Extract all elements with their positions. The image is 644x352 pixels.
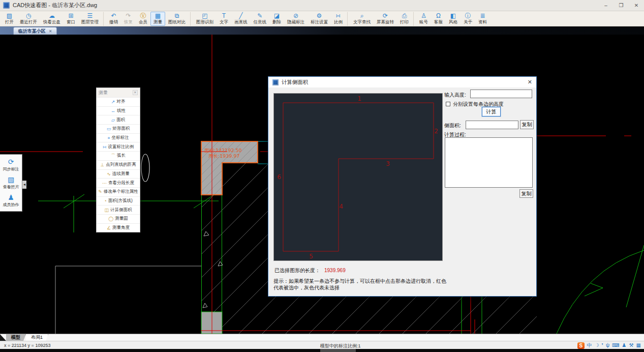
toolbar-shape-recognize-button[interactable]: ◰ 图形识别 bbox=[193, 12, 217, 26]
toolbar-button-icon: T bbox=[222, 13, 226, 19]
measure-item-label: 点到直线的距离 bbox=[106, 162, 136, 168]
toolbar-screen-rotate-button[interactable]: ⟳ 屏幕旋转 bbox=[374, 12, 397, 26]
document-tab-label: 临沂市某小区 bbox=[18, 28, 46, 35]
toolbar-recent-open-button[interactable]: ◷ 最近打开 bbox=[17, 12, 40, 26]
measure-area-with-arc[interactable]: ◔ 面积(含弧线) bbox=[97, 196, 140, 206]
calculate-button[interactable]: 计算 bbox=[482, 107, 501, 116]
toolbar-text-search-button[interactable]: ⌕ 文字查找 bbox=[350, 12, 374, 26]
toolbar-open-button[interactable]: ▨ 打开 bbox=[2, 12, 17, 26]
toolbar-button-label: 撤销 bbox=[109, 19, 118, 24]
tab-model[interactable]: 模型 bbox=[6, 334, 26, 341]
side-area-input[interactable] bbox=[466, 121, 518, 129]
toolbar-print-button[interactable]: ⎙ 打印 bbox=[397, 12, 414, 26]
measure-panel-titlebar[interactable]: 测量 ✕ bbox=[97, 88, 140, 97]
measure-edit-dim-attr[interactable]: ✎ 修改单个标注属性 bbox=[97, 187, 140, 196]
copy-process-button[interactable]: 复制 bbox=[519, 189, 533, 198]
shape-preview-panel[interactable]: 1 2 3 4 5 6 bbox=[273, 93, 443, 261]
measure-point-line-distance[interactable]: ⊥ 点到直线的距离 bbox=[97, 160, 140, 169]
selected-shape-outline[interactable] bbox=[283, 103, 434, 251]
document-tab-strip: 临沂市某小区 ✕ bbox=[0, 26, 644, 35]
measure-arc-length[interactable]: ⌒ 弧长 bbox=[97, 151, 140, 160]
toolbar-button-label: 图层管理 bbox=[81, 19, 99, 24]
ime-grid-icon[interactable]: ▦ bbox=[636, 342, 641, 349]
cyan-lines bbox=[258, 141, 268, 164]
measure-align[interactable]: ↗ 对齐 bbox=[97, 97, 140, 106]
dialog-titlebar[interactable]: 计算侧面积 ✕ bbox=[268, 77, 536, 87]
toolbar-window-button[interactable]: ⊞ 窗口 bbox=[64, 12, 78, 26]
ime-toolbox-icon[interactable]: ⚒ bbox=[629, 342, 634, 349]
tab-layout1[interactable]: 布局1 bbox=[26, 334, 48, 341]
dock-view-photos-button[interactable]: ▧ 查看照片 bbox=[0, 174, 22, 192]
selected-length-value: 1939.969 bbox=[324, 268, 346, 273]
svg-text:1: 1 bbox=[357, 95, 361, 102]
dialog-title: 计算侧面积 bbox=[282, 79, 309, 86]
toolbar-free-line-button[interactable]: ✎ 任意线 bbox=[251, 12, 270, 26]
wall-hatch-region bbox=[222, 163, 268, 334]
toolbar-redo-button[interactable]: ↷ 恢复 bbox=[121, 12, 136, 26]
toolbar-button-label: 图形识别 bbox=[196, 19, 213, 24]
dialog-close-icon[interactable]: ✕ bbox=[528, 79, 532, 85]
document-tab[interactable]: 临沂市某小区 ✕ bbox=[13, 27, 57, 35]
measure-linear[interactable]: ↔ 线性 bbox=[97, 106, 140, 115]
toolbar-vip-button[interactable]: Ⓥ 会员 bbox=[136, 12, 150, 26]
document-tab-close-icon[interactable]: ✕ bbox=[49, 29, 52, 34]
ime-voice-icon[interactable]: ψ bbox=[606, 342, 609, 349]
dock-sync-annotation-button[interactable]: ⟳ 同步标注 bbox=[0, 156, 22, 174]
toolbar-button-label: 画直线 bbox=[234, 19, 248, 24]
measure-item-label: 查看分段长度 bbox=[108, 180, 134, 186]
dialog-icon bbox=[272, 79, 279, 85]
toolbar-measure-button[interactable]: ▦ 测量 bbox=[150, 12, 165, 26]
process-textarea[interactable] bbox=[445, 137, 533, 188]
toolbar-draw-line-button[interactable]: ╱ 画直线 bbox=[231, 12, 251, 26]
toolbar-button-icon: ⎙ bbox=[402, 13, 407, 19]
measure-set-dim-scale[interactable]: ∺ 设置标注比例 bbox=[97, 142, 140, 151]
measure-panel: 测量 ✕ ↗ 对齐 ↔ 线性 ▱ bbox=[96, 87, 140, 232]
height-input[interactable] bbox=[470, 90, 532, 98]
left-dock: ⟳ 同步标注 ▧ 查看照片 ♟ 成员协作 bbox=[0, 154, 22, 212]
toolbar-delete-button[interactable]: ◪ 删除 bbox=[269, 12, 284, 26]
dock-member-collab-button[interactable]: ♟ 成员协作 bbox=[0, 192, 22, 210]
close-button[interactable]: ✕ bbox=[629, 0, 644, 11]
toolbar-cloud-button[interactable]: ☁ 快看云盘 bbox=[40, 12, 64, 26]
toolbar-text-button[interactable]: T 文字 bbox=[217, 12, 231, 26]
toolbar-drawing-compare-button[interactable]: ⧉ 图纸对比 bbox=[165, 12, 191, 26]
toolbar-button-icon: ∺ bbox=[335, 13, 341, 19]
ime-punctuation-icon[interactable]: ❜ bbox=[602, 342, 603, 349]
toolbar-undo-button[interactable]: ↶ 撤销 bbox=[106, 12, 121, 26]
toolbar-button-label: 标注设置 bbox=[311, 19, 328, 24]
measure-angle[interactable]: ∠ 测量角度 bbox=[97, 223, 140, 232]
layout-tab-corner bbox=[0, 334, 6, 341]
copy-side-area-button[interactable]: 复制 bbox=[520, 120, 534, 129]
measure-segment-length[interactable]: ⋯ 查看分段长度 bbox=[97, 178, 140, 187]
toolbar-account-button[interactable]: ♙ 账号 bbox=[416, 12, 431, 26]
minimize-button[interactable]: – bbox=[598, 0, 614, 11]
measure-circle[interactable]: ◯ 测量圆 bbox=[97, 214, 140, 223]
toolbar-scale-button[interactable]: ∺ 比例 bbox=[331, 12, 348, 26]
measure-panel-close-icon[interactable]: ✕ bbox=[133, 90, 138, 95]
toolbar-style-button[interactable]: ◧ 风格 bbox=[446, 12, 461, 26]
sogou-ime-icon[interactable]: S bbox=[577, 342, 585, 349]
toolbar-about-button[interactable]: ⓘ 关于 bbox=[461, 12, 475, 26]
status-bar: x = 221134 y = 109253 模型中的标注比例:1 S 中 ☽ ❜… bbox=[0, 341, 644, 349]
dock-collapse-arrow-icon[interactable]: ◂ bbox=[22, 181, 26, 189]
toolbar-layer-manager-button[interactable]: ☰ 图层管理 bbox=[78, 12, 104, 26]
measure-calc-side-area[interactable]: ◫ 计算侧面积 bbox=[97, 205, 140, 214]
area-measurement-label: 面积:142192.50 bbox=[204, 148, 242, 153]
maximize-button[interactable]: ❐ bbox=[614, 0, 629, 11]
toolbar-docs-button[interactable]: ≣ 资料 bbox=[475, 12, 490, 26]
measure-continuous[interactable]: ∿ 连续测量 bbox=[97, 169, 140, 179]
per-edge-height-checkbox[interactable] bbox=[446, 102, 450, 106]
measure-coordinate-dim[interactable]: ⌖ 坐标标注 bbox=[97, 133, 140, 142]
ime-night-mode-icon[interactable]: ☽ bbox=[595, 342, 599, 349]
ime-lang-chinese-icon[interactable]: 中 bbox=[587, 342, 592, 349]
measure-item-label: 计算侧面积 bbox=[110, 207, 132, 213]
toolbar-button-icon: ≣ bbox=[480, 13, 485, 19]
toolbar-hide-annotation-button[interactable]: ⊘ 隐藏标注 bbox=[284, 12, 308, 26]
ime-keyboard-icon[interactable]: ⌨ bbox=[612, 342, 619, 349]
measure-area[interactable]: ▱ 面积 bbox=[97, 115, 140, 124]
toolbar-button-icon: ╱ bbox=[239, 13, 242, 19]
toolbar-support-button[interactable]: Ω 客服 bbox=[431, 12, 446, 26]
toolbar-annotation-settings-button[interactable]: ⚙ 标注设置 bbox=[308, 12, 331, 26]
measure-rect-area[interactable]: ▭ 矩形面积 bbox=[97, 124, 140, 133]
ime-account-icon[interactable]: ♟ bbox=[622, 342, 627, 349]
